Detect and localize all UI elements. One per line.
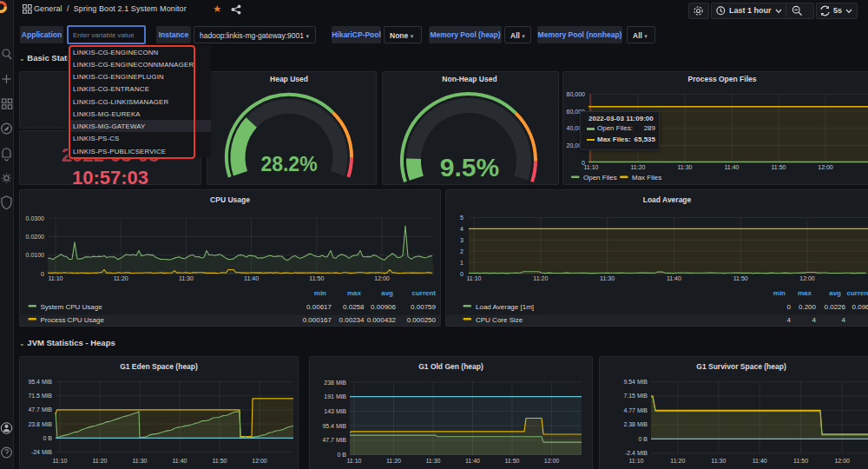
svg-text:11:30: 11:30 xyxy=(600,275,615,281)
svg-text:0.0961: 0.0961 xyxy=(852,303,868,311)
svg-text:12:00: 12:00 xyxy=(818,164,833,170)
svg-text:min: min xyxy=(773,289,786,297)
svg-text:11:20: 11:20 xyxy=(386,458,401,464)
svg-text:47.7 MiB: 47.7 MiB xyxy=(28,406,52,413)
svg-text:12:00: 12:00 xyxy=(834,458,850,464)
svg-text:11:30: 11:30 xyxy=(179,275,194,281)
svg-text:0.00234: 0.00234 xyxy=(339,316,365,324)
svg-text:11:40: 11:40 xyxy=(465,458,480,464)
svg-text:0.0100: 0.0100 xyxy=(26,252,45,258)
svg-text:11:10: 11:10 xyxy=(347,458,362,464)
svg-text:4: 4 xyxy=(460,226,464,232)
svg-text:7.15 MiB: 7.15 MiB xyxy=(623,393,648,399)
svg-text:avg: avg xyxy=(829,289,841,297)
svg-text:max: max xyxy=(347,289,362,297)
svg-text:11:50: 11:50 xyxy=(309,275,324,281)
svg-text:2.38 MiB: 2.38 MiB xyxy=(623,421,648,427)
svg-text:11:10: 11:10 xyxy=(629,458,644,464)
svg-text:current: current xyxy=(411,289,436,297)
svg-text:11:40: 11:40 xyxy=(725,164,740,170)
svg-text:0.0226: 0.0226 xyxy=(825,303,846,311)
svg-text:191 MiB: 191 MiB xyxy=(324,393,346,400)
svg-text:5: 5 xyxy=(460,215,464,221)
svg-text:11:40: 11:40 xyxy=(173,458,187,464)
svg-text:0.000432: 0.000432 xyxy=(367,316,397,324)
svg-text:11:30: 11:30 xyxy=(133,458,148,464)
svg-text:avg: avg xyxy=(381,289,393,297)
svg-text:0 B: 0 B xyxy=(638,436,648,442)
svg-text:4: 4 xyxy=(787,316,792,324)
svg-text:12:00: 12:00 xyxy=(799,275,815,281)
svg-text:-24 MiB: -24 MiB xyxy=(31,449,52,455)
svg-text:4: 4 xyxy=(842,316,846,324)
svg-text:0: 0 xyxy=(460,271,464,277)
svg-text:3: 3 xyxy=(460,237,464,243)
svg-text:Load Average [1m]: Load Average [1m] xyxy=(476,303,534,311)
svg-text:47.7 MiB: 47.7 MiB xyxy=(322,437,346,443)
svg-text:0.00906: 0.00906 xyxy=(371,303,396,311)
svg-text:2: 2 xyxy=(460,248,464,254)
svg-text:95.4 MiB: 95.4 MiB xyxy=(322,423,346,429)
svg-text:11:10: 11:10 xyxy=(49,275,63,281)
svg-text:0.0300: 0.0300 xyxy=(26,215,45,221)
svg-text:9.54 MiB: 9.54 MiB xyxy=(623,379,648,385)
svg-text:143 MiB: 143 MiB xyxy=(324,408,346,414)
svg-text:11:50: 11:50 xyxy=(213,458,227,464)
svg-text:23.8 MiB: 23.8 MiB xyxy=(28,421,52,427)
svg-text:28.2%: 28.2% xyxy=(260,153,317,175)
svg-text:238 MiB: 238 MiB xyxy=(324,380,346,386)
svg-text:11:50: 11:50 xyxy=(733,275,748,281)
svg-text:11:10: 11:10 xyxy=(584,164,599,170)
svg-text:12:00: 12:00 xyxy=(252,458,267,464)
svg-text:Max Files: Max Files xyxy=(632,174,661,182)
svg-text:System CPU Usage: System CPU Usage xyxy=(41,303,103,311)
svg-text:11:30: 11:30 xyxy=(711,458,726,464)
svg-text:11:20: 11:20 xyxy=(93,458,108,464)
svg-text:95.4 MiB: 95.4 MiB xyxy=(28,379,52,385)
svg-text:current: current xyxy=(846,289,868,297)
svg-text:12:00: 12:00 xyxy=(544,458,560,464)
svg-text:CPU Core Size: CPU Core Size xyxy=(476,316,523,324)
svg-text:11:20: 11:20 xyxy=(631,164,646,170)
svg-text:80,000: 80,000 xyxy=(567,91,586,97)
svg-text:11:50: 11:50 xyxy=(793,458,808,464)
svg-text:0.00759: 0.00759 xyxy=(411,303,436,311)
svg-text:11:40: 11:40 xyxy=(753,458,767,464)
svg-text:-2.4 MiB: -2.4 MiB xyxy=(625,450,648,456)
svg-text:max: max xyxy=(798,289,812,297)
svg-text:1: 1 xyxy=(460,260,464,266)
svg-text:0: 0 xyxy=(787,303,792,311)
svg-text:11:20: 11:20 xyxy=(533,275,548,281)
svg-text:11:10: 11:10 xyxy=(467,275,482,281)
svg-text:11:30: 11:30 xyxy=(678,164,693,170)
svg-text:0 B: 0 B xyxy=(43,435,52,441)
svg-text:0.00617: 0.00617 xyxy=(306,303,332,311)
svg-text:0.000250: 0.000250 xyxy=(407,316,437,324)
svg-text:11:40: 11:40 xyxy=(244,275,259,281)
svg-text:4.77 MiB: 4.77 MiB xyxy=(623,407,648,413)
svg-text:11:50: 11:50 xyxy=(772,164,786,170)
svg-text:0 B: 0 B xyxy=(337,452,346,458)
svg-text:0.0200: 0.0200 xyxy=(26,234,45,240)
svg-text:Open Files: Open Files xyxy=(583,174,617,182)
svg-text:0: 0 xyxy=(41,271,44,277)
svg-text:0.000167: 0.000167 xyxy=(303,316,332,324)
svg-text:11:20: 11:20 xyxy=(670,458,685,464)
svg-text:Process CPU Usage: Process CPU Usage xyxy=(41,316,105,324)
svg-text:71.5 MiB: 71.5 MiB xyxy=(28,393,52,399)
svg-text:11:30: 11:30 xyxy=(426,458,441,464)
svg-text:11:40: 11:40 xyxy=(667,275,681,281)
svg-text:11:50: 11:50 xyxy=(505,458,520,464)
svg-text:12:00: 12:00 xyxy=(374,275,390,281)
svg-text:4: 4 xyxy=(812,316,817,324)
svg-text:min: min xyxy=(314,289,326,297)
svg-text:11:10: 11:10 xyxy=(53,458,68,464)
svg-text:11:20: 11:20 xyxy=(114,275,128,281)
svg-text:9.5%: 9.5% xyxy=(440,153,499,182)
svg-text:0.200: 0.200 xyxy=(799,303,817,311)
svg-text:0.0258: 0.0258 xyxy=(343,303,365,311)
